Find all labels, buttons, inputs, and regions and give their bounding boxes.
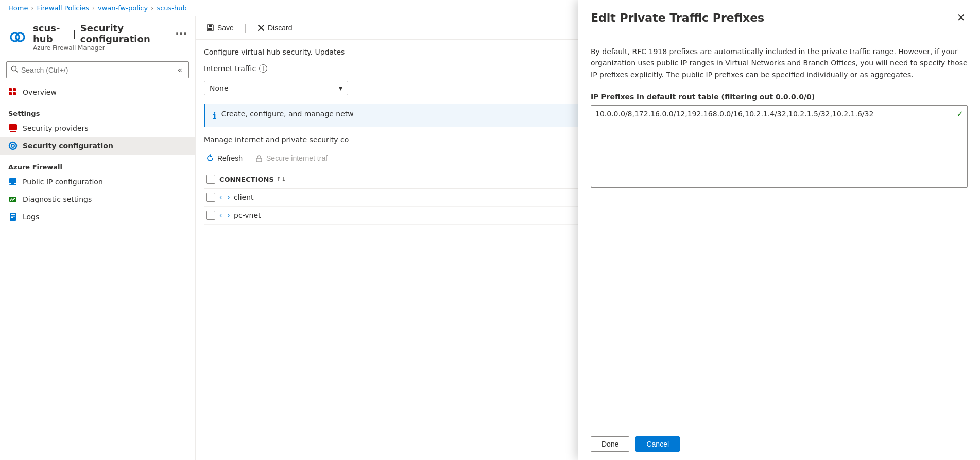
row-name-pc-vnet: pc-vnet [234,211,261,219]
panel-footer: Done Cancel [578,428,980,460]
info-box-icon: ℹ [213,110,216,121]
connections-column-header: CONNECTIONS ↑↓ [219,176,286,183]
overview-icon [8,88,18,97]
vnet-icon-client: ⟺ [219,193,230,201]
svg-point-1 [16,33,24,41]
refresh-button[interactable]: Refresh [204,152,245,164]
sidebar-item-security-configuration[interactable]: Security configuration [0,137,195,155]
svg-line-3 [16,71,18,73]
sidebar-item-public-ip-label: Public IP configuration [23,178,103,186]
svg-point-11 [11,144,14,147]
svg-rect-21 [209,25,212,27]
svg-rect-17 [11,214,15,215]
sidebar-item-overview[interactable]: Overview [0,83,195,101]
save-icon [206,24,214,32]
settings-section-label: Settings [0,101,195,120]
sidebar-item-security-configuration-label: Security configuration [23,142,113,150]
row-name-client: client [234,193,253,201]
secure-internet-button[interactable]: Secure internet traf [253,152,330,164]
collapse-button[interactable]: « [175,64,184,76]
panel-overlay: Edit Private Traffic Prefixes ✕ By defau… [578,0,980,460]
cancel-button[interactable]: Cancel [635,436,680,452]
sidebar-item-diagnostic-label: Diagnostic settings [23,195,92,203]
lock-icon [255,154,263,162]
menu-dots[interactable]: ··· [175,27,187,40]
svg-rect-22 [208,28,212,30]
save-button[interactable]: Save [204,22,236,34]
breadcrumb-vwan-fw-policy[interactable]: vwan-fw-policy [98,4,148,12]
vnet-icon-pc-vnet: ⟺ [219,211,230,219]
info-box-text: Create, configure, and manage netw [221,110,354,118]
panel-body: By default, RFC 1918 prefixes are automa… [578,33,980,428]
sidebar-item-diagnostic[interactable]: Diagnostic settings [0,191,195,208]
svg-rect-13 [9,184,16,185]
sidebar-item-public-ip[interactable]: Public IP configuration [0,173,195,191]
toolbar-separator: | [244,23,247,33]
svg-rect-12 [9,178,16,183]
textarea-wrapper: ✓ [591,105,968,189]
security-providers-icon [8,124,18,133]
dropdown-chevron-icon: ▾ [339,84,342,92]
row-checkbox-client[interactable] [206,193,215,202]
svg-rect-5 [13,88,16,91]
security-configuration-icon [8,141,18,150]
resource-title-text: Security configuration [80,23,169,44]
resource-name: scus-hub | Security configuration ··· [33,23,187,44]
done-button[interactable]: Done [591,436,629,452]
resource-name-text: scus-hub [33,23,68,44]
refresh-icon [206,154,214,162]
resource-icon [8,28,27,46]
logs-icon [8,212,18,222]
search-icon [11,65,18,74]
resource-title-group: scus-hub | Security configuration ··· Az… [33,23,187,52]
breadcrumb-firewall-policies[interactable]: Firewall Policies [37,4,89,12]
search-box[interactable]: « [6,61,189,78]
sidebar-item-logs[interactable]: Logs [0,208,195,226]
ip-prefixes-textarea[interactable] [591,105,968,188]
breadcrumb-sep-2: › [92,4,95,12]
breadcrumb-home[interactable]: Home [8,4,28,12]
svg-rect-4 [9,88,12,91]
breadcrumb-sep-1: › [31,4,33,12]
panel-field-label: IP Prefixes in default rout table (filte… [591,93,968,101]
resource-header: scus-hub | Security configuration ··· Az… [0,16,195,56]
sidebar-item-security-providers[interactable]: Security providers [0,120,195,137]
svg-rect-7 [13,92,16,95]
panel-title: Edit Private Traffic Prefixes [591,11,764,24]
azure-firewall-section-label: Azure Firewall [0,155,195,173]
check-mark-icon: ✓ [957,109,964,119]
discard-button[interactable]: Discard [255,22,294,34]
svg-point-10 [9,142,16,149]
svg-rect-9 [10,131,16,132]
svg-rect-6 [9,92,12,95]
breadcrumb-sep-3: › [151,4,153,12]
svg-rect-18 [11,216,15,217]
sidebar-item-security-providers-label: Security providers [23,124,89,132]
panel-description: By default, RFC 1918 prefixes are automa… [591,46,968,80]
resource-subtitle: Azure Firewall Manager [33,44,187,52]
internet-traffic-info-icon[interactable]: i [259,64,267,73]
internet-traffic-label: Internet traffic i [204,64,267,73]
internet-traffic-dropdown[interactable]: None ▾ [204,81,348,95]
nav-section: Overview Settings Security providers [0,83,195,460]
sort-icon[interactable]: ↑↓ [276,176,286,183]
panel-close-button[interactable]: ✕ [955,10,968,25]
panel-header: Edit Private Traffic Prefixes ✕ [578,0,980,33]
svg-rect-14 [11,183,14,184]
discard-icon [257,24,265,31]
search-input[interactable] [21,66,172,74]
sidebar: scus-hub | Security configuration ··· Az… [0,16,196,460]
breadcrumb-scus-hub[interactable]: scus-hub [157,4,186,12]
row-checkbox-pc-vnet[interactable] [206,211,215,220]
public-ip-icon [8,177,18,186]
select-all-checkbox[interactable] [206,175,215,184]
svg-rect-16 [10,213,16,221]
diagnostic-icon [8,195,18,204]
resource-pipe: | [73,28,76,39]
svg-rect-19 [11,217,13,218]
svg-rect-25 [256,158,262,162]
sidebar-item-logs-label: Logs [23,213,39,221]
sidebar-item-overview-label: Overview [23,88,57,96]
svg-rect-8 [9,124,17,130]
